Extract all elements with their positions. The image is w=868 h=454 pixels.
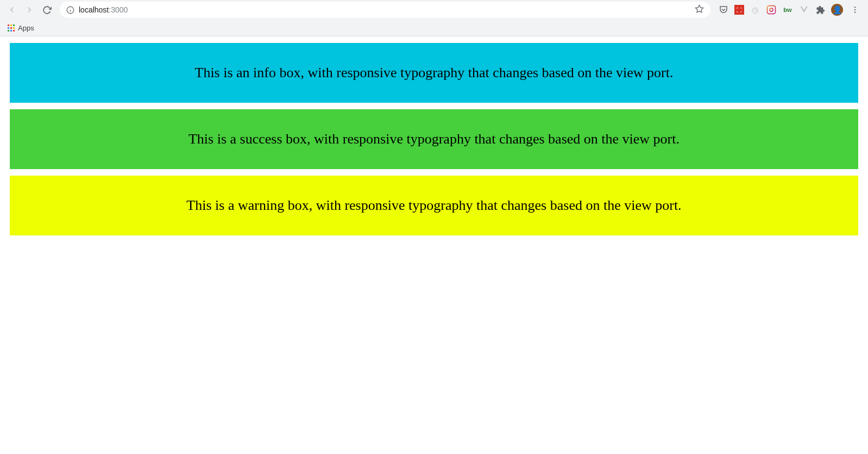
extension-icons: ⛶ ◷ bw 👤: [716, 4, 864, 16]
pocket-icon[interactable]: [718, 4, 729, 15]
warning-box-text: This is a warning box, with responsive t…: [186, 197, 681, 213]
reload-button[interactable]: [39, 2, 54, 17]
bookmark-star-icon[interactable]: [695, 4, 704, 16]
back-button[interactable]: [4, 2, 20, 17]
svg-point-7: [854, 9, 856, 10]
svg-point-8: [854, 11, 856, 13]
extension-red-icon[interactable]: ⛶: [734, 5, 744, 15]
svg-point-5: [770, 8, 773, 11]
extension-instagram-icon[interactable]: [766, 4, 777, 15]
browser-toolbar: localhost:3000 ⛶ ◷ bw 👤: [0, 0, 868, 20]
address-bar[interactable]: localhost:3000: [60, 2, 710, 18]
info-box: This is an info box, with responsive typ…: [10, 43, 858, 103]
page-viewport: This is an info box, with responsive typ…: [0, 36, 868, 248]
success-box-text: This is a success box, with responsive t…: [188, 131, 680, 147]
apps-shortcut[interactable]: Apps: [5, 23, 36, 33]
apps-grid-icon: [8, 24, 15, 32]
forward-button[interactable]: [22, 2, 37, 17]
extensions-puzzle-icon[interactable]: [815, 4, 826, 15]
info-box-text: This is an info box, with responsive typ…: [195, 65, 674, 80]
extension-clock-icon[interactable]: ◷: [750, 4, 760, 15]
profile-avatar[interactable]: 👤: [831, 4, 843, 16]
apps-label: Apps: [18, 24, 34, 32]
extension-bw-icon[interactable]: bw: [782, 4, 793, 15]
url-text: localhost:3000: [79, 5, 690, 14]
svg-marker-3: [695, 5, 703, 12]
site-info-icon[interactable]: [66, 6, 74, 14]
success-box: This is a success box, with responsive t…: [10, 109, 858, 169]
warning-box: This is a warning box, with responsive t…: [10, 176, 858, 235]
svg-point-6: [854, 7, 856, 8]
bookmarks-bar: Apps: [0, 20, 868, 36]
browser-chrome: localhost:3000 ⛶ ◷ bw 👤: [0, 0, 868, 36]
chrome-menu-icon[interactable]: [848, 5, 861, 14]
url-port: :3000: [109, 5, 128, 14]
url-host: localhost: [79, 5, 109, 14]
extension-vue-icon[interactable]: [798, 4, 809, 15]
svg-rect-4: [768, 6, 776, 14]
